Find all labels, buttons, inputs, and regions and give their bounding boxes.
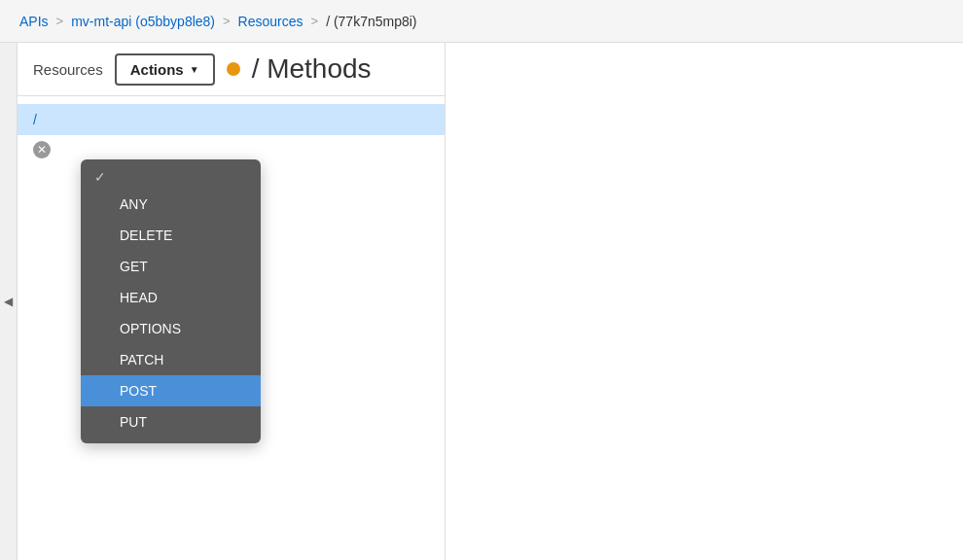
breadcrumb-current: / (77k7n5mp8i) <box>326 14 416 29</box>
dropdown-label: ANY <box>120 196 148 212</box>
dropdown-item-head[interactable]: HEAD <box>81 282 261 313</box>
actions-button[interactable]: Actions ▼ <box>115 53 215 86</box>
panel-header: Resources Actions ▼ / Methods <box>18 43 445 96</box>
sidebar-toggle[interactable]: ◀ <box>0 43 18 560</box>
breadcrumb-sep-1: > <box>56 14 64 28</box>
status-dot <box>227 62 240 76</box>
dropdown-label: OPTIONS <box>120 321 181 336</box>
actions-label: Actions <box>130 61 184 78</box>
breadcrumb-sep-3: > <box>311 14 319 28</box>
panel-title: Resources <box>33 61 103 78</box>
dropdown-label: POST <box>120 383 157 399</box>
caret-icon: ▼ <box>190 64 199 75</box>
breadcrumb-sep-2: > <box>223 14 231 28</box>
dropdown-check-row: ✓ <box>81 165 261 189</box>
right-panel <box>446 43 963 560</box>
resource-item[interactable]: / <box>18 104 445 135</box>
dropdown-item-get[interactable]: GET <box>81 251 261 282</box>
dropdown-item-any[interactable]: ANY <box>81 189 261 220</box>
dropdown-item-post[interactable]: POST <box>81 375 261 406</box>
check-icon: ✓ <box>94 169 106 185</box>
dropdown-label: GET <box>120 259 148 274</box>
breadcrumb: APIs > mv-mt-api (o5bbyp8le8) > Resource… <box>0 0 963 43</box>
methods-title: / Methods <box>252 53 372 85</box>
breadcrumb-api-name[interactable]: mv-mt-api (o5bbyp8le8) <box>71 14 215 29</box>
dropdown-label: DELETE <box>120 228 172 243</box>
delete-method-button[interactable]: ✕ <box>33 141 51 158</box>
dropdown-label: PUT <box>120 414 147 430</box>
main-container: ◀ Resources Actions ▼ / Methods / ✕ ✓ AN… <box>0 43 963 560</box>
dropdown-menu: ✓ ANY DELETE GET HEAD OPTIONS PATCH POST… <box>81 159 261 443</box>
dropdown-item-put[interactable]: PUT <box>81 406 261 438</box>
dropdown-label: PATCH <box>120 352 163 368</box>
dropdown-label: HEAD <box>120 290 158 305</box>
breadcrumb-resources[interactable]: Resources <box>238 14 303 29</box>
breadcrumb-apis[interactable]: APIs <box>19 14 49 29</box>
chevron-left-icon: ◀ <box>4 295 13 308</box>
dropdown-item-options[interactable]: OPTIONS <box>81 313 261 344</box>
dropdown-item-patch[interactable]: PATCH <box>81 344 261 375</box>
dropdown-item-delete[interactable]: DELETE <box>81 220 261 251</box>
